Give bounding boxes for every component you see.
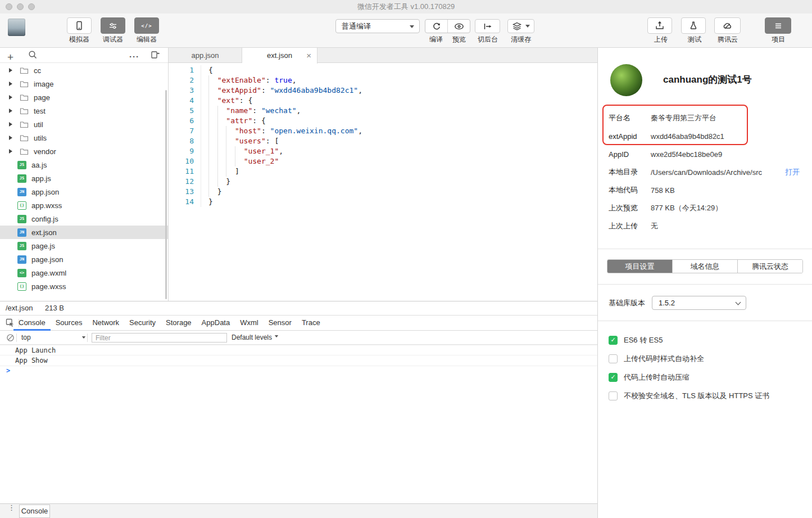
- tree-folder-vendor[interactable]: vendor: [0, 145, 168, 158]
- console-levels-select[interactable]: Default levels: [232, 331, 279, 345]
- option-row[interactable]: 不校验安全域名、TLS 版本以及 HTTPS 证书: [609, 386, 806, 405]
- code-line-content: "extAppid": "wxdd46aba9b4bd82c1",: [201, 85, 362, 96]
- devtools-tab-console[interactable]: Console: [13, 316, 51, 331]
- open-directory-link[interactable]: 打开: [785, 167, 800, 177]
- vertical-dots-icon[interactable]: ⋮: [8, 506, 12, 510]
- tree-file-aa.js[interactable]: JSaa.js: [0, 158, 168, 172]
- expand-triangle-icon[interactable]: [9, 68, 15, 73]
- checkbox-checked[interactable]: ✓: [609, 336, 618, 345]
- debugger-button[interactable]: [101, 17, 125, 34]
- code-line[interactable]: 3 "extAppid": "wxdd46aba9b4bd82c1",: [169, 85, 597, 96]
- search-icon[interactable]: [28, 50, 38, 60]
- code-line[interactable]: 9 "user_1",: [169, 146, 597, 156]
- project-tab-项目设置[interactable]: 项目设置: [607, 260, 672, 273]
- project-button[interactable]: [765, 17, 791, 34]
- user-avatar[interactable]: [8, 19, 25, 36]
- switch-background-button[interactable]: [475, 19, 500, 33]
- code-line[interactable]: 13 }: [169, 187, 597, 197]
- code-line[interactable]: 10 "user_2": [169, 156, 597, 166]
- compile-button[interactable]: [425, 20, 447, 33]
- project-tab-腾讯云状态[interactable]: 腾讯云状态: [737, 260, 802, 273]
- devtools-tab-network[interactable]: Network: [87, 316, 124, 331]
- tree-folder-test[interactable]: test: [0, 104, 168, 118]
- checkbox-unchecked[interactable]: [609, 391, 618, 400]
- test-button[interactable]: [681, 17, 706, 34]
- expand-triangle-icon[interactable]: [9, 122, 15, 127]
- option-row[interactable]: 上传代码时样式自动补全: [609, 349, 806, 368]
- tree-file-app.wxss[interactable]: {}app.wxss: [0, 199, 168, 212]
- simulator-button[interactable]: [67, 17, 92, 34]
- devtools-tab-sensor[interactable]: Sensor: [264, 316, 297, 331]
- tree-scrollbar[interactable]: [165, 90, 167, 299]
- tree-folder-utils[interactable]: utils: [0, 131, 168, 145]
- expand-triangle-icon[interactable]: [9, 95, 15, 100]
- footer-console-tab[interactable]: Console: [19, 505, 50, 518]
- tree-folder-util[interactable]: util: [0, 118, 168, 131]
- checkbox-unchecked[interactable]: [609, 354, 618, 363]
- tencent-cloud-button[interactable]: [714, 17, 741, 34]
- code-line[interactable]: 14}: [169, 197, 597, 207]
- tree-file-page.wxss[interactable]: {}page.wxss: [0, 280, 168, 293]
- editor-button[interactable]: </>: [134, 17, 159, 34]
- devtools-tab-appdata[interactable]: AppData: [197, 316, 235, 331]
- upload-button[interactable]: [647, 17, 672, 34]
- editor-tab-appjson[interactable]: app.json: [169, 48, 242, 63]
- project-tab-域名信息[interactable]: 域名信息: [672, 260, 737, 273]
- more-options-icon[interactable]: ···: [129, 50, 139, 64]
- expand-triangle-icon[interactable]: [9, 136, 15, 140]
- code-line[interactable]: 8 "users": [: [169, 136, 597, 146]
- checkbox-checked[interactable]: ✓: [609, 373, 618, 382]
- tree-file-page.wxml[interactable]: <>page.wxml: [0, 266, 168, 280]
- divider: [598, 249, 812, 249]
- info-value: wxe2d5f4ebc18be0e9: [651, 150, 722, 159]
- code-token: {: [208, 66, 213, 74]
- devtools-tab-wxml[interactable]: Wxml: [235, 316, 264, 331]
- library-version-select[interactable]: 1.5.2: [652, 296, 746, 310]
- code-line[interactable]: 12 }: [169, 177, 597, 187]
- divider: [598, 284, 812, 285]
- expand-triangle-icon[interactable]: [9, 109, 15, 113]
- code-line[interactable]: 4 "ext": {: [169, 96, 597, 106]
- tree-file-page.json[interactable]: JNpage.json: [0, 253, 168, 266]
- preview-button[interactable]: [447, 20, 470, 33]
- code-line[interactable]: 6 "attr": {: [169, 116, 597, 126]
- tree-file-page.js[interactable]: JSpage.js: [0, 239, 168, 253]
- file-name: page.wxml: [31, 269, 66, 277]
- project-avatar: [610, 64, 642, 96]
- code-area[interactable]: 1{2 "extEnable": true,3 "extAppid": "wxd…: [169, 64, 597, 301]
- tree-folder-image[interactable]: image: [0, 77, 168, 91]
- option-row[interactable]: ✓ES6 转 ES5: [609, 331, 806, 349]
- editor-tab-extjson[interactable]: ext.json ×: [242, 48, 317, 64]
- code-line[interactable]: 2 "extEnable": true,: [169, 75, 597, 85]
- add-file-icon[interactable]: +: [7, 50, 13, 65]
- devtools-tab-trace[interactable]: Trace: [297, 316, 325, 331]
- collapse-panel-icon[interactable]: [151, 50, 161, 60]
- devtools-tab-security[interactable]: Security: [124, 316, 161, 331]
- devtools-tab-sources[interactable]: Sources: [51, 316, 88, 331]
- close-tab-icon[interactable]: ×: [306, 48, 311, 63]
- clear-console-icon[interactable]: [6, 334, 15, 342]
- console-prompt[interactable]: >: [6, 367, 10, 375]
- compile-mode-select[interactable]: 普通编译: [335, 19, 420, 33]
- tree-file-app.js[interactable]: JSapp.js: [0, 172, 168, 185]
- console-filter-input[interactable]: [92, 333, 227, 343]
- tree-file-config.js[interactable]: JSconfig.js: [0, 212, 168, 226]
- code-line[interactable]: 11 ]: [169, 166, 597, 177]
- option-row[interactable]: ✓代码上传时自动压缩: [609, 368, 806, 386]
- code-line[interactable]: 1{: [169, 65, 597, 75]
- tree-folder-page[interactable]: page: [0, 91, 168, 104]
- project-info-row: 本地目录/Users/can/Downloads/Archive/src打开: [609, 163, 800, 181]
- expand-triangle-icon[interactable]: [9, 82, 15, 86]
- json-file-icon: JN: [17, 188, 26, 196]
- tree-file-ext.json[interactable]: JNext.json: [0, 226, 168, 239]
- console-context-select[interactable]: top: [21, 331, 86, 345]
- devtools-tab-storage[interactable]: Storage: [161, 316, 197, 331]
- expand-triangle-icon[interactable]: [9, 149, 15, 154]
- indent-guide: [208, 187, 209, 197]
- clear-cache-button[interactable]: [507, 19, 534, 33]
- code-line[interactable]: 7 "host": "open.weixin.qq.com",: [169, 126, 597, 136]
- tree-folder-cc[interactable]: cc: [0, 64, 168, 77]
- code-line[interactable]: 5 "name": "wechat",: [169, 106, 597, 116]
- tree-file-app.json[interactable]: JNapp.json: [0, 185, 168, 199]
- indent-space: [208, 86, 217, 94]
